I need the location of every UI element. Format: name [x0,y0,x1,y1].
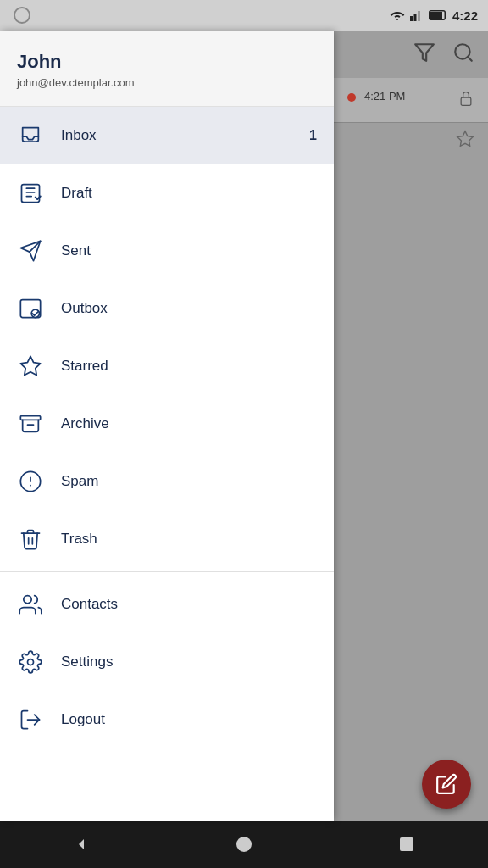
sidebar-item-spam[interactable]: Spam [0,453,334,510]
recent-button[interactable] [396,834,417,854]
trash-icon [17,526,44,553]
sent-icon [17,237,44,264]
sidebar-item-outbox[interactable]: Outbox [0,280,334,337]
sidebar-item-settings[interactable]: Settings [0,633,334,691]
svg-marker-23 [458,131,473,146]
settings-icon [17,648,44,676]
svg-rect-4 [430,12,442,19]
spam-label: Spam [61,473,317,490]
inbox-icon [17,122,44,149]
filter-button[interactable] [413,42,435,67]
nav-divider [0,571,334,572]
contacts-label: Contacts [61,596,317,613]
sidebar-nav: Inbox 1 Draft [0,107,334,821]
svg-rect-1 [413,14,416,21]
svg-line-21 [468,57,472,61]
status-bar-right: 4:22 [390,8,478,23]
starred-label: Starred [61,358,317,375]
svg-point-25 [236,837,252,852]
svg-rect-11 [20,416,40,420]
unread-dot [347,93,356,102]
wifi-icon [390,9,405,21]
sidebar-item-sent[interactable]: Sent [0,222,334,280]
logout-label: Logout [61,711,317,728]
svg-rect-2 [418,11,420,21]
user-name: John [17,51,317,73]
status-time: 4:22 [452,8,478,23]
sidebar-item-starred[interactable]: Starred [0,337,334,395]
home-button[interactable] [234,834,254,854]
outbox-icon [17,295,44,322]
spam-icon [17,468,44,495]
svg-marker-10 [20,356,40,375]
sidebar-item-logout[interactable]: Logout [0,691,334,748]
sidebar-header: John john@dev.ctemplar.com [0,31,334,107]
sidebar: John john@dev.ctemplar.com Inbox 1 [0,31,334,821]
settings-label: Settings [61,654,317,670]
starred-icon [17,353,44,380]
sidebar-item-trash[interactable]: Trash [0,510,334,568]
svg-rect-26 [400,837,413,851]
draft-label: Draft [61,185,317,202]
right-toolbar [334,31,488,78]
svg-rect-0 [410,16,413,21]
sent-label: Sent [61,242,317,259]
back-button[interactable] [71,834,92,854]
status-bar-left [14,7,30,24]
battery-icon [429,10,447,20]
contacts-icon [17,591,44,618]
sidebar-item-draft[interactable]: Draft [0,164,334,222]
logout-icon [17,706,44,733]
svg-marker-19 [415,44,434,61]
compose-icon [435,773,458,795]
signal-icon [410,9,424,21]
main-layout: John john@dev.ctemplar.com Inbox 1 [0,31,488,821]
compose-fab[interactable] [422,760,471,809]
email-list-item[interactable]: 4:21 PM [334,78,488,123]
right-panel: 4:21 PM [334,31,488,821]
sidebar-item-contacts[interactable]: Contacts [0,576,334,633]
svg-marker-24 [79,839,84,849]
sidebar-item-inbox[interactable]: Inbox 1 [0,107,334,164]
inbox-label: Inbox [61,127,309,144]
star-icon[interactable] [456,130,474,148]
search-button[interactable] [452,42,474,67]
draft-icon [17,180,44,207]
email-timestamp: 4:21 PM [364,90,449,103]
archive-label: Archive [61,415,317,432]
sidebar-item-archive[interactable]: Archive [0,395,334,453]
svg-rect-22 [461,97,471,105]
bottom-nav [0,821,488,868]
inbox-badge: 1 [309,128,317,143]
circle-icon [14,7,30,24]
email-star-row [334,123,488,152]
trash-label: Trash [61,531,317,548]
outbox-label: Outbox [61,300,317,317]
status-bar: 4:22 [0,0,488,31]
archive-icon [17,410,44,437]
svg-point-17 [28,659,34,665]
svg-point-16 [24,596,31,604]
user-email: john@dev.ctemplar.com [17,76,317,89]
lock-icon [458,90,474,110]
